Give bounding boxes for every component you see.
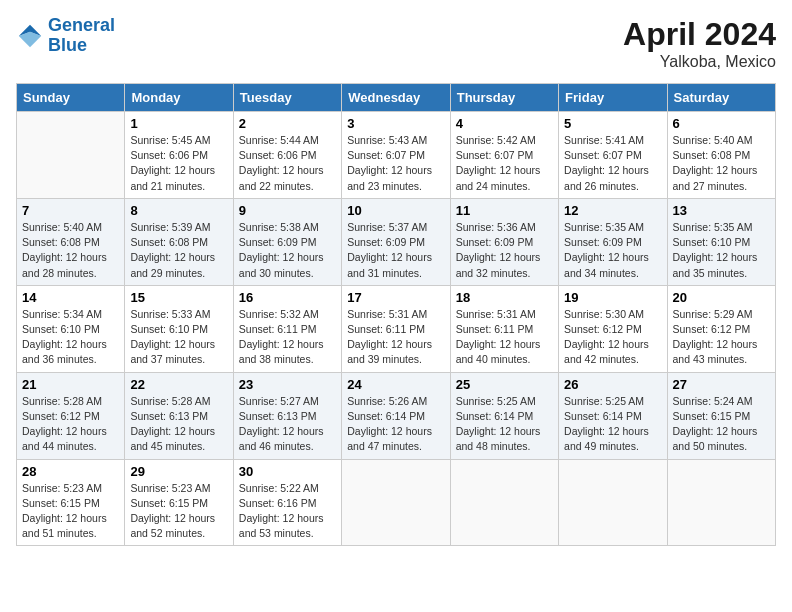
day-number: 7: [22, 203, 119, 218]
calendar-cell: [450, 459, 558, 546]
calendar-cell: 3Sunrise: 5:43 AMSunset: 6:07 PMDaylight…: [342, 112, 450, 199]
day-info: Sunrise: 5:40 AMSunset: 6:08 PMDaylight:…: [673, 133, 770, 194]
calendar-week-3: 14Sunrise: 5:34 AMSunset: 6:10 PMDayligh…: [17, 285, 776, 372]
day-header-monday: Monday: [125, 84, 233, 112]
day-info: Sunrise: 5:45 AMSunset: 6:06 PMDaylight:…: [130, 133, 227, 194]
calendar-week-2: 7Sunrise: 5:40 AMSunset: 6:08 PMDaylight…: [17, 198, 776, 285]
day-number: 4: [456, 116, 553, 131]
day-info: Sunrise: 5:38 AMSunset: 6:09 PMDaylight:…: [239, 220, 336, 281]
day-number: 12: [564, 203, 661, 218]
calendar-table: SundayMondayTuesdayWednesdayThursdayFrid…: [16, 83, 776, 546]
day-number: 23: [239, 377, 336, 392]
day-number: 15: [130, 290, 227, 305]
day-number: 18: [456, 290, 553, 305]
calendar-cell: 18Sunrise: 5:31 AMSunset: 6:11 PMDayligh…: [450, 285, 558, 372]
day-number: 6: [673, 116, 770, 131]
calendar-cell: 12Sunrise: 5:35 AMSunset: 6:09 PMDayligh…: [559, 198, 667, 285]
calendar-cell: 24Sunrise: 5:26 AMSunset: 6:14 PMDayligh…: [342, 372, 450, 459]
location: Yalkoba, Mexico: [623, 53, 776, 71]
day-info: Sunrise: 5:25 AMSunset: 6:14 PMDaylight:…: [564, 394, 661, 455]
day-number: 11: [456, 203, 553, 218]
day-header-friday: Friday: [559, 84, 667, 112]
calendar-cell: [667, 459, 775, 546]
day-header-saturday: Saturday: [667, 84, 775, 112]
calendar-cell: [17, 112, 125, 199]
day-info: Sunrise: 5:27 AMSunset: 6:13 PMDaylight:…: [239, 394, 336, 455]
day-info: Sunrise: 5:34 AMSunset: 6:10 PMDaylight:…: [22, 307, 119, 368]
day-info: Sunrise: 5:40 AMSunset: 6:08 PMDaylight:…: [22, 220, 119, 281]
calendar-cell: 29Sunrise: 5:23 AMSunset: 6:15 PMDayligh…: [125, 459, 233, 546]
day-info: Sunrise: 5:28 AMSunset: 6:12 PMDaylight:…: [22, 394, 119, 455]
page-header: General Blue April 2024 Yalkoba, Mexico: [16, 16, 776, 71]
calendar-cell: [342, 459, 450, 546]
calendar-cell: 11Sunrise: 5:36 AMSunset: 6:09 PMDayligh…: [450, 198, 558, 285]
calendar-cell: [559, 459, 667, 546]
logo-general: General: [48, 15, 115, 35]
day-number: 29: [130, 464, 227, 479]
day-info: Sunrise: 5:42 AMSunset: 6:07 PMDaylight:…: [456, 133, 553, 194]
calendar-cell: 2Sunrise: 5:44 AMSunset: 6:06 PMDaylight…: [233, 112, 341, 199]
day-number: 5: [564, 116, 661, 131]
calendar-cell: 25Sunrise: 5:25 AMSunset: 6:14 PMDayligh…: [450, 372, 558, 459]
day-info: Sunrise: 5:26 AMSunset: 6:14 PMDaylight:…: [347, 394, 444, 455]
day-info: Sunrise: 5:23 AMSunset: 6:15 PMDaylight:…: [22, 481, 119, 542]
calendar-cell: 22Sunrise: 5:28 AMSunset: 6:13 PMDayligh…: [125, 372, 233, 459]
day-number: 21: [22, 377, 119, 392]
calendar-week-5: 28Sunrise: 5:23 AMSunset: 6:15 PMDayligh…: [17, 459, 776, 546]
day-info: Sunrise: 5:29 AMSunset: 6:12 PMDaylight:…: [673, 307, 770, 368]
day-number: 1: [130, 116, 227, 131]
day-header-sunday: Sunday: [17, 84, 125, 112]
calendar-cell: 9Sunrise: 5:38 AMSunset: 6:09 PMDaylight…: [233, 198, 341, 285]
day-info: Sunrise: 5:24 AMSunset: 6:15 PMDaylight:…: [673, 394, 770, 455]
day-header-wednesday: Wednesday: [342, 84, 450, 112]
day-number: 22: [130, 377, 227, 392]
calendar-cell: 7Sunrise: 5:40 AMSunset: 6:08 PMDaylight…: [17, 198, 125, 285]
calendar-week-1: 1Sunrise: 5:45 AMSunset: 6:06 PMDaylight…: [17, 112, 776, 199]
day-info: Sunrise: 5:25 AMSunset: 6:14 PMDaylight:…: [456, 394, 553, 455]
calendar-cell: 27Sunrise: 5:24 AMSunset: 6:15 PMDayligh…: [667, 372, 775, 459]
day-info: Sunrise: 5:22 AMSunset: 6:16 PMDaylight:…: [239, 481, 336, 542]
calendar-cell: 13Sunrise: 5:35 AMSunset: 6:10 PMDayligh…: [667, 198, 775, 285]
calendar-cell: 23Sunrise: 5:27 AMSunset: 6:13 PMDayligh…: [233, 372, 341, 459]
day-info: Sunrise: 5:35 AMSunset: 6:10 PMDaylight:…: [673, 220, 770, 281]
day-info: Sunrise: 5:44 AMSunset: 6:06 PMDaylight:…: [239, 133, 336, 194]
day-number: 25: [456, 377, 553, 392]
calendar-header-row: SundayMondayTuesdayWednesdayThursdayFrid…: [17, 84, 776, 112]
calendar-cell: 20Sunrise: 5:29 AMSunset: 6:12 PMDayligh…: [667, 285, 775, 372]
day-header-thursday: Thursday: [450, 84, 558, 112]
calendar-cell: 28Sunrise: 5:23 AMSunset: 6:15 PMDayligh…: [17, 459, 125, 546]
logo-blue: Blue: [48, 35, 87, 55]
title-block: April 2024 Yalkoba, Mexico: [623, 16, 776, 71]
calendar-cell: 4Sunrise: 5:42 AMSunset: 6:07 PMDaylight…: [450, 112, 558, 199]
day-info: Sunrise: 5:41 AMSunset: 6:07 PMDaylight:…: [564, 133, 661, 194]
day-number: 9: [239, 203, 336, 218]
month-title: April 2024: [623, 16, 776, 53]
day-info: Sunrise: 5:23 AMSunset: 6:15 PMDaylight:…: [130, 481, 227, 542]
calendar-week-4: 21Sunrise: 5:28 AMSunset: 6:12 PMDayligh…: [17, 372, 776, 459]
calendar-cell: 10Sunrise: 5:37 AMSunset: 6:09 PMDayligh…: [342, 198, 450, 285]
calendar-cell: 21Sunrise: 5:28 AMSunset: 6:12 PMDayligh…: [17, 372, 125, 459]
day-number: 13: [673, 203, 770, 218]
calendar-cell: 17Sunrise: 5:31 AMSunset: 6:11 PMDayligh…: [342, 285, 450, 372]
day-number: 14: [22, 290, 119, 305]
day-number: 20: [673, 290, 770, 305]
day-number: 30: [239, 464, 336, 479]
calendar-cell: 16Sunrise: 5:32 AMSunset: 6:11 PMDayligh…: [233, 285, 341, 372]
day-number: 19: [564, 290, 661, 305]
calendar-cell: 1Sunrise: 5:45 AMSunset: 6:06 PMDaylight…: [125, 112, 233, 199]
calendar-cell: 5Sunrise: 5:41 AMSunset: 6:07 PMDaylight…: [559, 112, 667, 199]
day-number: 3: [347, 116, 444, 131]
day-info: Sunrise: 5:31 AMSunset: 6:11 PMDaylight:…: [347, 307, 444, 368]
day-number: 17: [347, 290, 444, 305]
day-info: Sunrise: 5:32 AMSunset: 6:11 PMDaylight:…: [239, 307, 336, 368]
day-number: 27: [673, 377, 770, 392]
day-number: 2: [239, 116, 336, 131]
logo: General Blue: [16, 16, 115, 56]
day-info: Sunrise: 5:36 AMSunset: 6:09 PMDaylight:…: [456, 220, 553, 281]
day-number: 26: [564, 377, 661, 392]
calendar-cell: 30Sunrise: 5:22 AMSunset: 6:16 PMDayligh…: [233, 459, 341, 546]
day-info: Sunrise: 5:39 AMSunset: 6:08 PMDaylight:…: [130, 220, 227, 281]
day-info: Sunrise: 5:30 AMSunset: 6:12 PMDaylight:…: [564, 307, 661, 368]
day-info: Sunrise: 5:43 AMSunset: 6:07 PMDaylight:…: [347, 133, 444, 194]
calendar-cell: 15Sunrise: 5:33 AMSunset: 6:10 PMDayligh…: [125, 285, 233, 372]
